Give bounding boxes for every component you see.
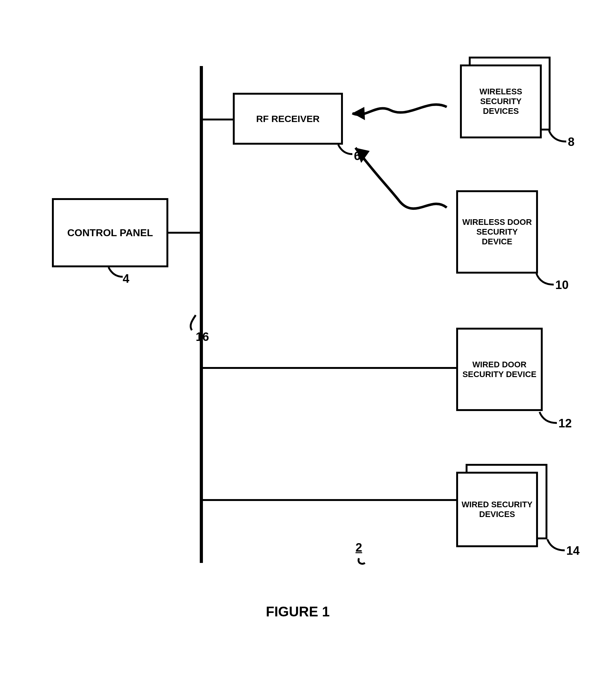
wired-security-devices-box: WIRED SECURITY DEVICES [456,472,538,547]
refnum-rf-receiver: 6 [354,149,361,163]
wired-door-security-device-label: WIRED DOOR SECURITY DEVICE [461,360,538,379]
wireless-security-devices-label: WIRELESS SECURITY DEVICES [465,87,537,116]
refnum-wired-door-security-device: 12 [559,417,572,430]
refnum-wired-security-devices: 14 [566,544,580,557]
wireless-door-security-device-label: WIRELESS DOOR SECURITY DEVICE [461,217,533,247]
wired-door-security-device-box: WIRED DOOR SECURITY DEVICE [456,328,543,411]
wireless-door-security-device-box: WIRELESS DOOR SECURITY DEVICE [456,190,538,274]
rf-receiver-label: RF RECEIVER [256,114,320,124]
refnum-control-panel: 4 [123,272,129,285]
control-panel-label: CONTROL PANEL [67,227,153,239]
refnum-wireless-security-devices: 8 [568,135,575,149]
refnum-system: 2 [356,541,362,554]
svg-marker-5 [352,107,365,120]
figure-title: FIGURE 1 [266,604,330,620]
control-panel-box: CONTROL PANEL [52,198,168,267]
wireless-security-devices-box: WIRELESS SECURITY DEVICES [460,64,542,139]
refnum-bus: 16 [196,330,209,344]
rf-receiver-box: RF RECEIVER [233,93,343,145]
refnum-wireless-door-security-device: 10 [555,278,569,292]
wired-security-devices-label: WIRED SECURITY DEVICES [461,500,533,519]
